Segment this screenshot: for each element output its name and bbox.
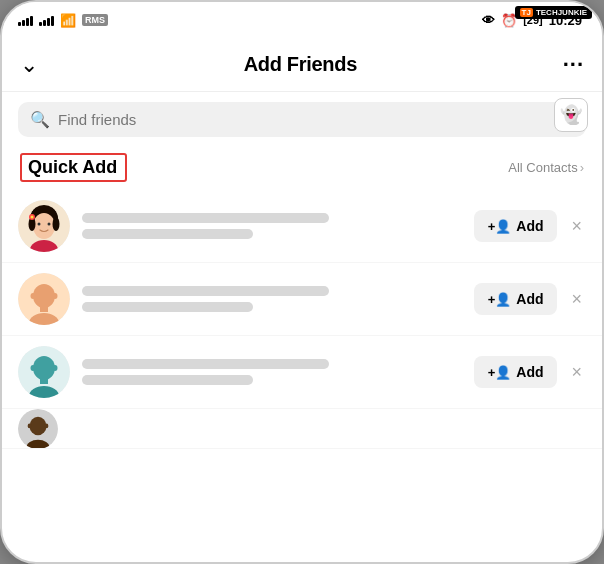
list-item: +👤 Add × xyxy=(2,336,602,409)
signal-icon-2 xyxy=(39,14,54,26)
dismiss-button[interactable]: × xyxy=(567,287,586,312)
dismiss-button[interactable]: × xyxy=(567,214,586,239)
contact-info xyxy=(82,213,462,239)
svg-point-7 xyxy=(48,223,51,226)
techjunkie-label: TECHJUNKIE xyxy=(536,8,587,17)
signal-icon-1 xyxy=(18,14,33,26)
add-icon: +👤 xyxy=(488,219,512,234)
add-icon: +👤 xyxy=(488,292,512,307)
app-header: ⌄ Add Friends ··· xyxy=(2,38,602,92)
svg-rect-22 xyxy=(40,378,48,384)
search-input[interactable] xyxy=(58,111,574,128)
contact-actions: +👤 Add × xyxy=(474,356,586,388)
back-button[interactable]: ⌄ xyxy=(20,52,38,78)
contact-sub-skeleton xyxy=(82,375,253,385)
snapcode-icon: 👻 xyxy=(560,104,582,126)
add-icon: +👤 xyxy=(488,365,512,380)
all-contacts-link[interactable]: All Contacts › xyxy=(508,160,584,175)
svg-point-12 xyxy=(33,284,55,308)
contact-actions: +👤 Add × xyxy=(474,283,586,315)
svg-point-26 xyxy=(45,423,49,428)
eye-icon: 👁 xyxy=(482,13,495,28)
page-title: Add Friends xyxy=(244,53,357,76)
avatar xyxy=(18,273,70,325)
quick-add-header: Quick Add All Contacts › xyxy=(2,147,602,190)
svg-point-14 xyxy=(53,293,58,299)
snapcode-button[interactable]: 👻 xyxy=(554,98,588,132)
contact-sub-skeleton xyxy=(82,229,253,239)
contacts-list: +👤 Add × xyxy=(2,190,602,449)
all-contacts-chevron-icon: › xyxy=(580,160,584,175)
svg-point-3 xyxy=(33,213,55,239)
dismiss-button[interactable]: × xyxy=(567,360,586,385)
avatar xyxy=(18,200,70,252)
contact-name-skeleton xyxy=(82,359,329,369)
contact-sub-skeleton xyxy=(82,302,253,312)
wifi-icon: 📶 xyxy=(60,13,76,28)
svg-point-24 xyxy=(30,416,47,434)
avatar xyxy=(18,346,70,398)
svg-point-19 xyxy=(31,365,36,371)
contact-info xyxy=(82,359,462,385)
contact-info xyxy=(82,286,462,312)
carrier-label: RMS xyxy=(82,14,108,26)
add-label: Add xyxy=(516,364,543,380)
svg-point-18 xyxy=(33,356,55,380)
contact-actions: +👤 Add × xyxy=(474,210,586,242)
contact-name-skeleton xyxy=(82,286,329,296)
svg-point-6 xyxy=(38,223,41,226)
avatar xyxy=(18,409,58,449)
add-button[interactable]: +👤 Add xyxy=(474,356,558,388)
svg-point-20 xyxy=(53,365,58,371)
status-left: 📶 RMS xyxy=(18,13,108,28)
svg-point-5 xyxy=(53,217,60,231)
svg-point-13 xyxy=(31,293,36,299)
list-item: +👤 Add × xyxy=(2,190,602,263)
all-contacts-label: All Contacts xyxy=(508,160,577,175)
search-bar: 🔍 👻 xyxy=(2,92,602,147)
list-item: +👤 Add × xyxy=(2,263,602,336)
search-container: 🔍 👻 xyxy=(18,102,586,137)
add-button[interactable]: +👤 Add xyxy=(474,283,558,315)
svg-point-9 xyxy=(31,216,34,219)
list-item xyxy=(2,409,602,449)
phone-frame: TJ TECHJUNKIE 📶 RMS 👁 ⏰ [29] xyxy=(0,0,604,564)
search-icon: 🔍 xyxy=(30,110,50,129)
svg-rect-16 xyxy=(40,306,48,312)
add-label: Add xyxy=(516,218,543,234)
status-bar: 📶 RMS 👁 ⏰ [29] 10:29 xyxy=(2,2,602,38)
quick-add-title: Quick Add xyxy=(20,153,127,182)
add-button[interactable]: +👤 Add xyxy=(474,210,558,242)
techjunkie-badge: TJ TECHJUNKIE xyxy=(515,6,592,19)
svg-point-25 xyxy=(28,423,32,428)
contact-name-skeleton xyxy=(82,213,329,223)
tj-icon: TJ xyxy=(520,8,533,17)
more-options-button[interactable]: ··· xyxy=(563,52,584,78)
add-label: Add xyxy=(516,291,543,307)
